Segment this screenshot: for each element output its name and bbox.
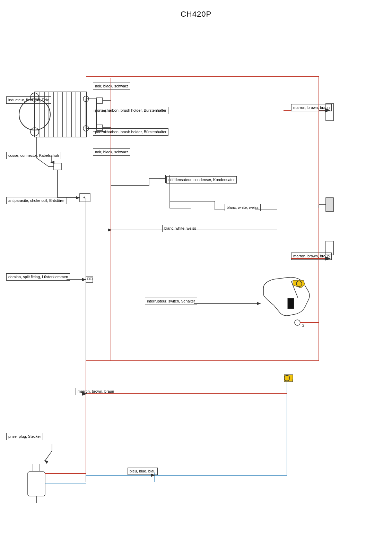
svg-rect-34 [90, 278, 92, 280]
svg-rect-71 [326, 103, 333, 121]
svg-rect-16 [86, 99, 96, 128]
svg-point-53 [295, 320, 300, 325]
svg-rect-25 [54, 163, 61, 170]
svg-rect-72 [326, 198, 333, 212]
svg-text:1: 1 [291, 379, 293, 383]
svg-text:+: + [83, 195, 85, 199]
svg-text:-: - [87, 195, 88, 199]
page-title: CH420P [0, 0, 392, 19]
svg-rect-73 [326, 241, 333, 255]
svg-rect-51 [288, 298, 294, 309]
wiring-diagram-svg: + - [0, 21, 392, 555]
svg-rect-21 [96, 98, 103, 103]
svg-rect-33 [87, 278, 89, 280]
svg-rect-5 [35, 92, 87, 137]
svg-text:2: 2 [302, 324, 304, 327]
svg-rect-64 [28, 472, 45, 496]
svg-rect-22 [96, 125, 103, 130]
diagram: inducteur, field coil, Feld noir, black,… [0, 21, 392, 555]
